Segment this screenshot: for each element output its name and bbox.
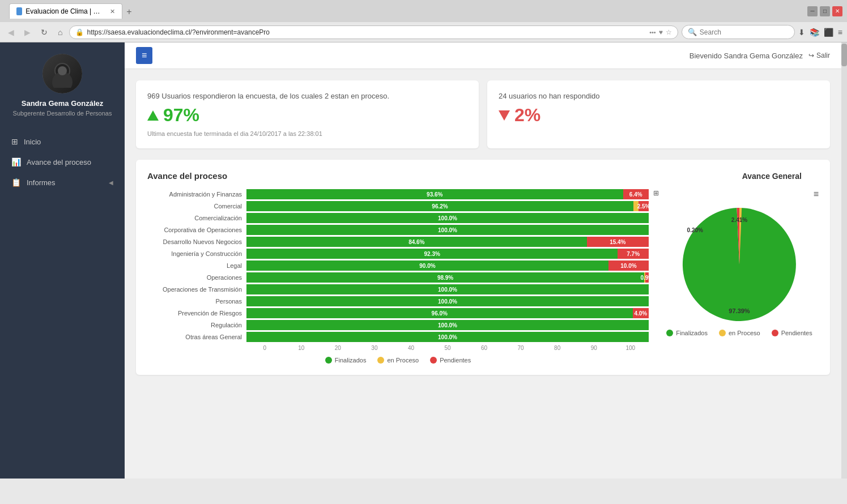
sidebar-item-inicio[interactable]: ⊞ Inicio: [0, 131, 125, 152]
bar-track: 84.6%15.4%: [246, 237, 649, 247]
legend-finalizados: Finalizados: [325, 357, 367, 364]
bar-label: Corporativa de Operaciones: [147, 227, 246, 233]
forward-button[interactable]: ▶: [21, 26, 34, 39]
sidebar: Sandra Gema González Subgerente Desarrol…: [0, 42, 125, 479]
bar-track: 93.6%6.4%⊞: [246, 189, 649, 199]
hamburger-button[interactable]: ≡: [136, 47, 152, 64]
logout-label: Salir: [816, 52, 830, 59]
sidebar-label-avance: Avance del proceso: [27, 158, 113, 166]
stat-value-97: 97%: [147, 105, 467, 126]
bar-segment-green: 98.9%: [246, 272, 644, 283]
bar-segment-red: 6.4%: [623, 189, 649, 199]
charts-body: Administración y Finanzas93.6%6.4%⊞Comer…: [147, 189, 819, 364]
bar-segment-green: 96.0%: [246, 308, 633, 318]
pie-legend-en-proceso: en Proceso: [719, 330, 760, 336]
stat-card-text-1: 969 Usuarios respondieron la encuesta, d…: [147, 92, 467, 100]
sidebar-profile: Sandra Gema González Subgerente Desarrol…: [0, 42, 125, 126]
bar-track: 100.0%: [246, 332, 649, 342]
bar-segment-red: 0.9%: [645, 272, 649, 283]
url-menu-icon[interactable]: •••: [649, 29, 656, 36]
bar-row: Regulación100.0%: [147, 320, 649, 330]
bar-track: 96.2%2.5%: [246, 201, 649, 211]
bar-row: Legal90.0%10.0%: [147, 260, 649, 271]
library-icon[interactable]: 📚: [810, 28, 819, 37]
window-controls: ─ □ ✕: [807, 6, 842, 16]
legend-label-finalizados: Finalizados: [335, 357, 367, 364]
home-grid-icon: ⊞: [11, 137, 18, 146]
bar-row-icon[interactable]: ⊞: [653, 189, 659, 197]
logout-button[interactable]: ↪ Salir: [808, 52, 830, 59]
stat-percent-97: 97%: [163, 105, 199, 126]
topbar: ≡ Bievenido Sandra Gema González ↪ Salir: [125, 42, 841, 69]
bookmark-icon[interactable]: ☆: [666, 28, 672, 36]
pie-label-0-20: 0.20%: [687, 227, 703, 233]
avatar-image: [42, 54, 82, 93]
bar-segment-green: 100.0%: [246, 296, 649, 306]
axis-30: 30: [356, 345, 393, 351]
search-input[interactable]: [700, 28, 773, 36]
bar-chart-container: Administración y Finanzas93.6%6.4%⊞Comer…: [147, 189, 649, 364]
legend-dot-yellow: [377, 357, 384, 364]
profile-role: Subgerente Desarrollo de Personas: [8, 109, 116, 117]
bar-row: Corporativa de Operaciones100.0%: [147, 225, 649, 235]
browser-tab-active[interactable]: Evaluacion de Clima | Grupo Saesa ✕: [9, 3, 122, 19]
pocket-icon[interactable]: ♥: [659, 28, 663, 36]
report-icon: 📋: [11, 178, 21, 187]
maximize-button[interactable]: □: [820, 6, 830, 16]
legend-pendientes: Pendientes: [430, 357, 471, 364]
home-button[interactable]: ⌂: [54, 26, 66, 39]
sidebar-item-avance[interactable]: 📊 Avance del proceso: [0, 152, 125, 172]
bar-label: Operaciones de Transmisión: [147, 286, 246, 293]
sidebar-label-inicio: Inicio: [24, 138, 113, 146]
avance-general-title: Avance General: [742, 172, 802, 181]
bar-label: Legal: [147, 262, 246, 269]
pie-legend-finalizados: Finalizados: [666, 330, 708, 336]
triangle-up-icon: [147, 110, 159, 121]
axis-60: 60: [466, 345, 503, 351]
bar-segment-green: 93.6%: [246, 189, 623, 199]
pie-label-97-39: 97.39%: [729, 307, 750, 314]
menu-icon[interactable]: ≡: [838, 28, 842, 37]
bar-segment-red: 4.0%: [633, 308, 649, 318]
url-input[interactable]: [87, 28, 646, 36]
sidebar-item-informes[interactable]: 📋 Informes ◀: [0, 172, 125, 193]
axis-50: 50: [429, 345, 466, 351]
bar-label: Administración y Finanzas: [147, 191, 246, 198]
axis-90: 90: [576, 345, 612, 351]
bar-segment-red: 10.0%: [608, 260, 649, 271]
sync-icon[interactable]: ⬛: [824, 28, 833, 37]
minimize-button[interactable]: ─: [807, 6, 818, 16]
tab-close-button[interactable]: ✕: [110, 8, 115, 15]
axis-0: 0: [246, 345, 283, 351]
bar-label: Personas: [147, 298, 246, 305]
bar-label: Ingeniería y Construcción: [147, 250, 246, 257]
back-button[interactable]: ◀: [5, 26, 18, 39]
new-tab-button[interactable]: +: [122, 5, 136, 19]
address-bar[interactable]: 🔒 ••• ♥ ☆: [69, 25, 678, 39]
axis-80: 80: [539, 345, 576, 351]
bar-row: Operaciones98.9%0.9%: [147, 272, 649, 283]
bar-segment-green: 100.0%: [246, 213, 649, 223]
bar-row: Prevención de Riesgos96.0%4.0%: [147, 308, 649, 318]
legend-label-pendientes: Pendientes: [440, 357, 471, 364]
download-icon[interactable]: ⬇: [798, 28, 805, 37]
pie-chart-legend: Finalizados en Proceso Pendientes: [666, 330, 812, 336]
bar-label: Desarrollo Nuevos Negocios: [147, 238, 246, 245]
pie-menu-icon[interactable]: ≡: [814, 189, 819, 199]
bar-label: Operaciones: [147, 274, 246, 281]
bar-track: 98.9%0.9%: [246, 272, 649, 283]
scrollbar[interactable]: [841, 42, 847, 479]
search-bar[interactable]: 🔍: [682, 25, 795, 39]
refresh-button[interactable]: ↻: [37, 26, 51, 39]
pie-wrapper: ≡: [660, 189, 819, 336]
secure-icon: 🔒: [75, 28, 84, 36]
bar-row: Personas100.0%: [147, 296, 649, 306]
bar-label: Regulación: [147, 322, 246, 328]
close-button[interactable]: ✕: [832, 6, 842, 16]
triangle-down-icon: [499, 110, 510, 121]
axis-100: 100: [612, 345, 649, 351]
sidebar-nav: ⊞ Inicio 📊 Avance del proceso 📋 Informes…: [0, 126, 125, 198]
bar-segment-green: 90.0%: [246, 260, 608, 271]
axis-40: 40: [393, 345, 429, 351]
scrollbar-thumb[interactable]: [841, 44, 847, 66]
